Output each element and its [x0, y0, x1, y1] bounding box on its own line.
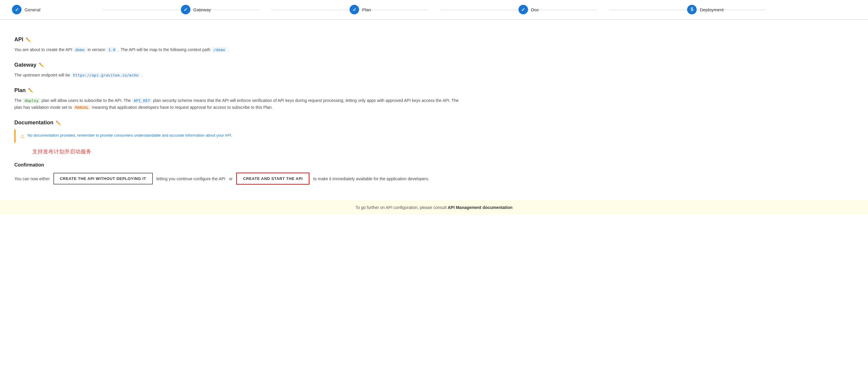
plan-section: Plan ✏️ The deploy plan will allow users… — [14, 87, 463, 112]
confirmation-text-middle: letting you continue configure the API — [156, 176, 225, 181]
step-gateway[interactable]: ✓ Gateway — [181, 5, 350, 15]
gateway-desc-suffix: . — [142, 73, 143, 77]
gateway-edit-icon[interactable]: ✏️ — [39, 62, 44, 67]
step-doc-label: Doc — [531, 7, 539, 12]
step-gateway-label: Gateway — [193, 7, 211, 12]
checkmark-icon-4: ✓ — [521, 7, 525, 12]
or-text: or — [229, 176, 232, 181]
plan-edit-icon[interactable]: ✏️ — [28, 88, 33, 93]
step-deployment-circle: 5 — [687, 5, 697, 15]
footer-bar: To go further on API configuration, plea… — [0, 200, 868, 215]
api-desc-middle: . The API will be map to the following c… — [118, 47, 211, 52]
footer-text-prefix: To go further on API configuration, plea… — [355, 205, 446, 210]
api-section: API ✏️ You are about to create the API d… — [14, 36, 463, 54]
footer-link[interactable]: API Management documentation — [448, 205, 513, 210]
checkmark-icon-2: ✓ — [184, 7, 187, 12]
plan-validation-badge: MANUAL — [73, 105, 91, 110]
gateway-title-text: Gateway — [14, 62, 36, 68]
step-general-label: General — [25, 7, 40, 12]
step-doc-circle: ✓ — [519, 5, 528, 15]
plan-section-title: Plan ✏️ — [14, 87, 463, 93]
step-general-circle: ✓ — [12, 5, 22, 15]
documentation-section-title: Documentation ✏️ — [14, 119, 463, 126]
plan-text-prefix: The — [14, 98, 22, 103]
api-section-body: You are about to create the API demo in … — [14, 46, 463, 54]
step-general[interactable]: ✓ General — [12, 5, 181, 15]
confirmation-text-prefix: You can now either — [14, 176, 50, 181]
chinese-annotation-text: 支持发布计划并启动服务 — [32, 148, 91, 155]
api-context-path-badge: /demo — [212, 47, 227, 52]
step-plan-circle: ✓ — [349, 5, 359, 15]
step-gateway-circle: ✓ — [181, 5, 190, 15]
plan-security-badge: API_KEY — [132, 98, 152, 103]
confirmation-title: Confirmation — [14, 162, 463, 168]
documentation-edit-icon[interactable]: ✏️ — [56, 120, 61, 125]
confirmation-row: You can now either CREATE THE API WITHOU… — [14, 172, 463, 185]
api-name-badge: demo — [73, 47, 86, 52]
api-section-title: API ✏️ — [14, 36, 463, 43]
plan-title-text: Plan — [14, 87, 26, 93]
gateway-section: Gateway ✏️ The upstream endpoint will be… — [14, 62, 463, 79]
api-desc-prefix: You are about to create the API — [14, 47, 72, 52]
api-version-badge: 1.0 — [106, 47, 117, 52]
create-without-deploying-button[interactable]: CREATE THE API WITHOUT DEPLOYING IT — [54, 173, 153, 185]
confirmation-section: Confirmation You can now either CREATE T… — [14, 162, 463, 185]
gateway-desc-prefix: The upstream endpoint will be — [14, 73, 70, 77]
gateway-section-body: The upstream endpoint will be https://ap… — [14, 72, 463, 79]
api-edit-icon[interactable]: ✏️ — [26, 37, 31, 42]
plan-section-body: The deploy plan will allow users to subs… — [14, 97, 463, 112]
main-content: API ✏️ You are about to create the API d… — [0, 27, 477, 194]
create-and-start-button[interactable]: CREATE AND START THE API — [236, 172, 310, 185]
confirmation-text-suffix: to make it immediately available for the… — [313, 176, 429, 181]
checkmark-icon-3: ✓ — [352, 7, 356, 12]
step-plan[interactable]: ✓ Plan — [349, 5, 519, 15]
gateway-endpoint-url: https://api.gravitee.io/echo — [71, 73, 140, 78]
chinese-annotation: 支持发布计划并启动服务 — [32, 148, 463, 155]
plan-text-middle1: plan will allow users to subscribe to th… — [41, 98, 131, 103]
gateway-section-title: Gateway ✏️ — [14, 62, 463, 68]
documentation-warning-box: ⚠ No documentation provided, remember to… — [14, 130, 463, 143]
api-version-prefix: in version — [88, 47, 105, 52]
api-title-text: API — [14, 36, 23, 43]
plan-name-badge: deploy — [23, 98, 40, 103]
step-doc[interactable]: ✓ Doc — [519, 5, 687, 15]
plan-text-suffix: meaning that application developers have… — [92, 105, 273, 110]
step-deployment[interactable]: 5 Deployment — [687, 5, 856, 15]
step-deployment-label: Deployment — [700, 7, 723, 12]
stepper: ✓ General ✓ Gateway ✓ Plan ✓ Doc 5 Deplo… — [0, 0, 868, 20]
documentation-section: Documentation ✏️ ⚠ No documentation prov… — [14, 119, 463, 143]
api-desc-suffix: . — [228, 47, 229, 52]
documentation-title-text: Documentation — [14, 119, 54, 126]
step-number: 5 — [691, 7, 693, 12]
documentation-warning-text: No documentation provided, remember to p… — [27, 133, 232, 138]
checkmark-icon: ✓ — [15, 7, 19, 12]
step-plan-label: Plan — [362, 7, 371, 12]
warning-triangle-icon: ⚠ — [20, 133, 25, 139]
